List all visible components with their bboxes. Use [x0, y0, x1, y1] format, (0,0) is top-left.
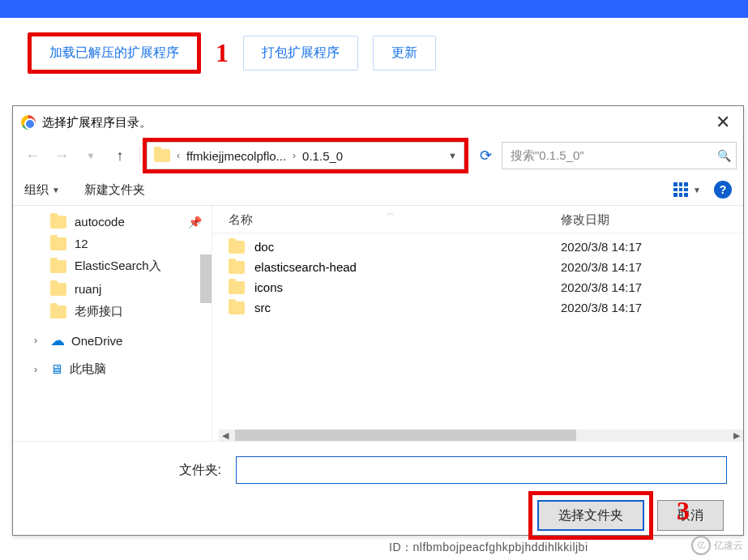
breadcrumb-seg-1[interactable]: ffmkiejjmecolpflo...: [186, 149, 286, 163]
pc-icon: 🖥: [50, 362, 63, 377]
list-item[interactable]: doc 2020/3/8 14:17: [212, 237, 743, 257]
forward-icon[interactable]: →: [49, 143, 75, 169]
nav-row: ← → ▼ ↑ ‹ ffmkiejjmecolpflo... › 0.1.5_0…: [13, 137, 743, 174]
pack-extension-button[interactable]: 打包扩展程序: [243, 36, 358, 71]
load-unpacked-button[interactable]: 加载已解压的扩展程序: [28, 32, 201, 74]
chevron-down-icon: ▼: [693, 186, 701, 195]
list-item[interactable]: icons 2020/3/8 14:17: [212, 277, 743, 297]
file-list-panel: ︿ 名称 修改日期 doc 2020/3/8 14:17 elasticsear…: [212, 206, 743, 441]
extension-toolbar: 加载已解压的扩展程序 1 打包扩展程序 更新: [0, 18, 748, 88]
chevron-up-icon: ︿: [192, 215, 205, 229]
folder-icon: [154, 149, 170, 162]
folder-icon: [229, 241, 245, 254]
scroll-left-icon[interactable]: ◀: [219, 430, 232, 441]
column-headers: ︿ 名称 修改日期: [212, 206, 743, 233]
chrome-icon: [21, 115, 36, 130]
list-item[interactable]: elasticsearch-head 2020/3/8 14:17: [212, 257, 743, 277]
organize-menu[interactable]: 组织 ▼: [24, 182, 60, 198]
search-input[interactable]: 搜索"0.1.5_0" 🔍: [502, 142, 737, 169]
folder-input[interactable]: [236, 456, 727, 484]
folder-icon: [50, 260, 66, 273]
refresh-icon[interactable]: ⟳: [472, 143, 498, 169]
recent-dropdown-icon[interactable]: ▼: [78, 143, 104, 169]
folder-icon: [229, 281, 245, 294]
column-date[interactable]: 修改日期: [561, 212, 727, 228]
search-placeholder: 搜索"0.1.5_0": [511, 148, 584, 164]
sidebar-item-teacher[interactable]: 老师接口: [16, 300, 208, 323]
onedrive-icon: ☁: [50, 331, 65, 349]
folder-icon: [229, 261, 245, 274]
dialog-titlebar: 选择扩展程序目录。 ✕: [13, 106, 743, 137]
column-name[interactable]: 名称: [229, 212, 561, 228]
dialog-toolbar: 组织 ▼ 新建文件夹 ▼ ?: [13, 174, 743, 206]
sidebar-onedrive[interactable]: › ☁ OneDrive: [16, 323, 208, 353]
chevron-right-icon: ›: [34, 335, 44, 346]
folder-icon: [50, 237, 66, 250]
search-icon[interactable]: 🔍: [717, 149, 731, 162]
annotation-3: 3: [677, 496, 690, 526]
horizontal-scrollbar[interactable]: ◀ ▶: [219, 430, 743, 441]
sidebar-item-ruanj[interactable]: ruanj: [16, 278, 208, 300]
folder-icon: [229, 301, 245, 314]
dialog-footer: 文件夹: 选择文件夹 取消: [13, 441, 743, 547]
separator: [139, 147, 140, 165]
sidebar-this-pc[interactable]: › 🖥 此电脑: [16, 353, 208, 381]
watermark-icon: 亿: [691, 536, 711, 555]
sidebar: autocode 📌 ︿ 12 ElasticSearch入 ruanj 老师接…: [13, 206, 212, 441]
sidebar-item-12[interactable]: 12: [16, 233, 208, 254]
breadcrumb[interactable]: ‹ ffmkiejjmecolpflo... › 0.1.5_0 ▼: [147, 142, 464, 169]
view-mode-button[interactable]: ▼: [673, 182, 701, 197]
back-icon[interactable]: ←: [19, 143, 45, 169]
chevron-down-icon: ▼: [52, 186, 60, 195]
dialog-title: 选择扩展程序目录。: [42, 115, 152, 130]
chrome-top-bar: [0, 0, 748, 18]
breadcrumb-seg-2[interactable]: 0.1.5_0: [302, 149, 343, 163]
select-folder-button[interactable]: 选择文件夹: [537, 500, 644, 531]
sidebar-scrollbar[interactable]: [200, 254, 212, 303]
new-folder-button[interactable]: 新建文件夹: [84, 182, 145, 198]
update-button[interactable]: 更新: [373, 36, 436, 71]
up-icon[interactable]: ↑: [107, 143, 133, 169]
sidebar-item-autocode[interactable]: autocode 📌 ︿: [16, 211, 208, 233]
help-icon[interactable]: ?: [714, 181, 732, 199]
sidebar-item-elasticsearch[interactable]: ElasticSearch入: [16, 254, 208, 278]
folder-label: 文件夹:: [29, 462, 228, 479]
folder-icon: [50, 283, 66, 296]
dialog-body: autocode 📌 ︿ 12 ElasticSearch入 ruanj 老师接…: [13, 206, 743, 441]
cancel-button[interactable]: 取消: [657, 500, 724, 531]
chevron-right-icon: ›: [293, 150, 296, 161]
file-rows: doc 2020/3/8 14:17 elasticsearch-head 20…: [212, 233, 743, 321]
scroll-right-icon[interactable]: ▶: [730, 430, 743, 441]
chevron-right-icon: ›: [34, 364, 44, 375]
chevron-left-icon: ‹: [177, 150, 180, 161]
view-icon: [673, 182, 688, 197]
extension-id-row: ID：nlfbmbojpeacfghkpbjhddihlkkiljbi: [389, 541, 588, 555]
folder-icon: [50, 216, 66, 229]
folder-icon: [50, 306, 66, 318]
breadcrumb-dropdown-icon[interactable]: ▼: [448, 151, 457, 160]
sort-indicator-icon: ︿: [387, 207, 395, 219]
scrollbar-thumb[interactable]: [235, 430, 576, 441]
id-label: ID：: [389, 541, 413, 554]
annotation-1: 1: [216, 38, 229, 68]
watermark: 亿 亿速云: [691, 536, 743, 555]
list-item[interactable]: src 2020/3/8 14:17: [212, 297, 743, 318]
folder-picker-dialog: 选择扩展程序目录。 ✕ ← → ▼ ↑ ‹ ffmkiejjmecolpflo.…: [12, 105, 744, 536]
select-folder-highlight: 选择文件夹: [532, 495, 649, 536]
id-value: nlfbmbojpeacfghkpbjhddihlkkiljbi: [413, 541, 588, 554]
close-icon[interactable]: ✕: [711, 112, 735, 133]
